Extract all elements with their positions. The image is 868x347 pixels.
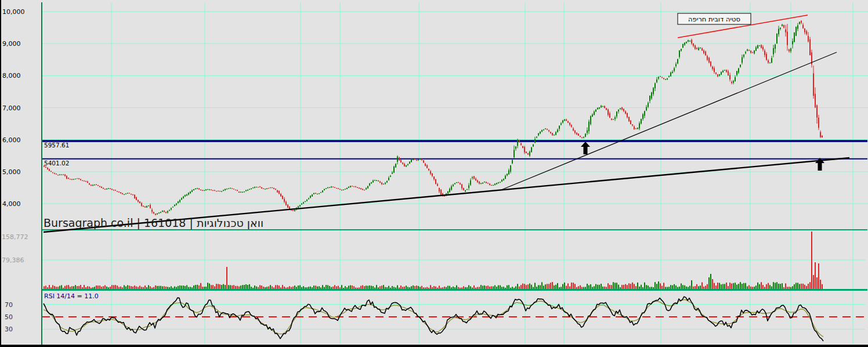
price-tick-label: 5,000 (2, 168, 21, 176)
price-tick-label: 9,000 (2, 40, 21, 48)
rsi-tick-label: 50 (5, 313, 13, 321)
watermark: Bursagraph.co.il | 161018 | וואן טכנולוג… (44, 216, 263, 230)
rsi-tick-label: 30 (5, 326, 13, 333)
chart-window: סטיה דובית חריפה 10,0009,0008,0007,0006,… (0, 0, 868, 347)
price-tick-label: 6,000 (2, 136, 21, 144)
level-label-5401: 5401.02 (44, 160, 69, 167)
level-label-5957: 5957.61 (44, 142, 69, 149)
annotation-text: סטיה דובית חריפה (688, 15, 740, 23)
divergence-annotation: סטיה דובית חריפה (678, 13, 751, 24)
rsi-value-label: RSI 14/14 = 11.0 (44, 292, 99, 300)
price-tick-label: 4,000 (2, 200, 21, 208)
rsi-tick-label: 70 (5, 301, 13, 309)
chart-background (0, 0, 868, 347)
volume-tick-label: 158,772 (2, 233, 28, 241)
price-tick-label: 7,000 (2, 104, 21, 112)
volume-tick-label: 79,386 (2, 256, 24, 264)
price-tick-label: 8,000 (2, 72, 21, 79)
price-tick-label: 10,000 (2, 8, 25, 16)
price-chart-canvas: סטיה דובית חריפה 10,0009,0008,0007,0006,… (0, 0, 868, 347)
